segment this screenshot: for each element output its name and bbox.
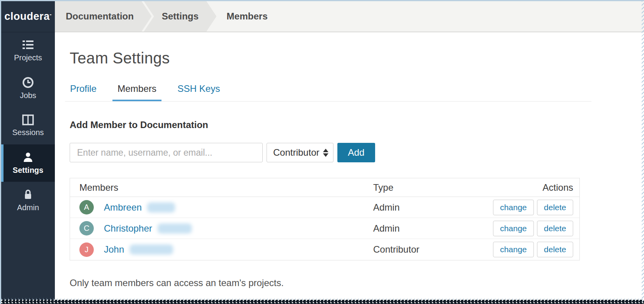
- avatar: J: [79, 242, 94, 257]
- breadcrumb-item-settings[interactable]: Settings: [144, 1, 217, 32]
- sidebar-item-admin[interactable]: Admin: [1, 182, 55, 219]
- redacted-surname: [158, 223, 192, 234]
- member-name-link[interactable]: Ambreen: [104, 202, 142, 213]
- trademark-mark: ˭: [50, 11, 52, 23]
- main-column: Documentation Settings Members Team Sett…: [55, 1, 644, 304]
- user-icon: [22, 151, 34, 163]
- select-spinner-icon: [323, 149, 328, 157]
- sidebar-nav: Projects Jobs Sessions Settings: [1, 32, 55, 219]
- app-window: cloudera˭ Projects Jobs Sessions: [0, 0, 644, 304]
- member-type: Admin: [373, 223, 490, 234]
- sidebar-item-label: Sessions: [12, 128, 44, 137]
- columns-icon: [22, 114, 34, 125]
- role-select[interactable]: Contributor: [267, 143, 333, 162]
- redacted-surname: [147, 202, 175, 213]
- sidebar-item-label: Projects: [14, 53, 42, 62]
- add-member-heading: Add Member to Documentation: [70, 119, 580, 130]
- redacted-surname: [130, 244, 173, 255]
- sidebar: cloudera˭ Projects Jobs Sessions: [1, 1, 55, 304]
- tab-bar: Profile Members SSH Keys: [65, 80, 591, 102]
- add-member-form: Contributor Add: [70, 143, 580, 162]
- breadcrumb-item-documentation[interactable]: Documentation: [55, 1, 152, 32]
- table-header-row: Members Type Actions: [70, 178, 579, 197]
- column-header-members: Members: [70, 182, 373, 193]
- member-search-input[interactable]: [70, 143, 263, 162]
- sidebar-item-label: Admin: [17, 203, 39, 212]
- sidebar-item-settings[interactable]: Settings: [1, 144, 55, 182]
- delete-button[interactable]: delete: [537, 221, 573, 236]
- table-row: J John Contributor change delete: [70, 239, 579, 260]
- sidebar-item-jobs[interactable]: Jobs: [1, 70, 55, 107]
- delete-button[interactable]: delete: [537, 242, 573, 257]
- avatar: A: [79, 200, 94, 214]
- sidebar-item-projects[interactable]: Projects: [1, 32, 55, 70]
- table-body: A Ambreen Admin change delete C: [70, 197, 579, 260]
- delete-button[interactable]: delete: [537, 200, 573, 215]
- member-type: Admin: [373, 202, 490, 213]
- breadcrumb-item-members: Members: [209, 1, 285, 32]
- avatar: C: [79, 221, 94, 235]
- list-icon: [22, 40, 34, 51]
- role-select-value: Contributor: [273, 147, 319, 158]
- add-button[interactable]: Add: [337, 143, 375, 162]
- torn-edge-bottom: [1, 300, 644, 304]
- sidebar-item-label: Settings: [13, 166, 44, 175]
- tab-profile[interactable]: Profile: [65, 80, 102, 101]
- table-row: C Christopher Admin change delete: [70, 218, 579, 239]
- member-type: Contributor: [373, 244, 490, 255]
- cloudera-logo-text: cloudera: [4, 11, 50, 23]
- members-table: Members Type Actions A Ambreen Admin cha…: [70, 178, 580, 260]
- table-row: A Ambreen Admin change delete: [70, 197, 579, 218]
- clock-icon: [22, 77, 34, 88]
- sidebar-item-sessions[interactable]: Sessions: [1, 107, 55, 144]
- footer-note: Only team members can access an team's p…: [70, 278, 580, 288]
- tab-ssh-keys[interactable]: SSH Keys: [172, 80, 225, 101]
- change-button[interactable]: change: [493, 200, 534, 215]
- column-header-type: Type: [373, 182, 490, 193]
- breadcrumb: Documentation Settings Members: [55, 1, 644, 32]
- page-title: Team Settings: [70, 49, 580, 67]
- content-area: Team Settings Profile Members SSH Keys A…: [55, 49, 644, 288]
- column-header-actions: Actions: [490, 182, 579, 193]
- lock-icon: [22, 189, 34, 200]
- member-name-link[interactable]: John: [104, 244, 124, 255]
- change-button[interactable]: change: [493, 242, 534, 257]
- member-name-link[interactable]: Christopher: [104, 223, 152, 234]
- cloudera-logo[interactable]: cloudera˭: [1, 1, 55, 32]
- tab-members[interactable]: Members: [112, 80, 161, 101]
- change-button[interactable]: change: [493, 221, 534, 236]
- torn-edge-right: [642, 1, 644, 304]
- sidebar-item-label: Jobs: [20, 91, 36, 100]
